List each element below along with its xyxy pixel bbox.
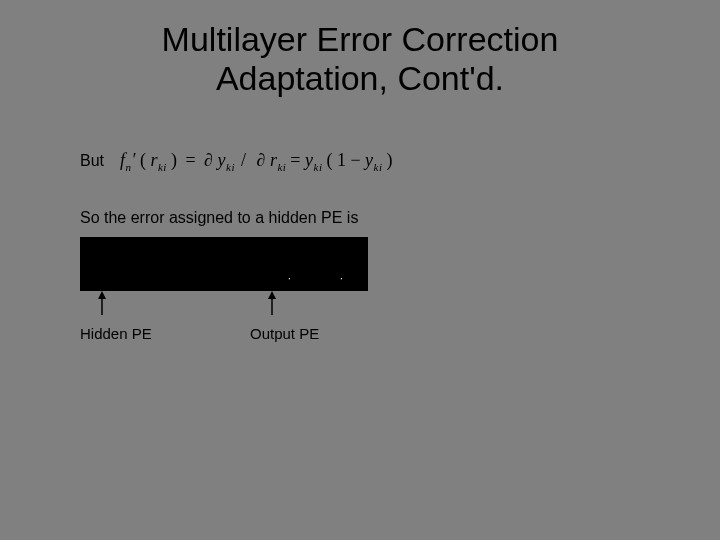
hidden-formula-box: · · bbox=[80, 237, 368, 291]
eq-eq2: = bbox=[286, 150, 305, 170]
equation: fn′(rki)=∂yki/∂rki=yki(1−yki) bbox=[120, 150, 397, 173]
tick-mark-1: · bbox=[288, 273, 291, 284]
eq-ki1: ki bbox=[158, 161, 167, 173]
but-label: But bbox=[80, 152, 104, 170]
eq-r1: r bbox=[150, 150, 158, 170]
so-line: So the error assigned to a hidden PE is bbox=[80, 209, 640, 227]
but-row: But fn′(rki)=∂yki/∂rki=yki(1−yki) bbox=[80, 150, 640, 173]
eq-ki2: ki bbox=[226, 161, 235, 173]
arrows bbox=[80, 291, 368, 317]
content-area: But fn′(rki)=∂yki/∂rki=yki(1−yki) So the… bbox=[80, 150, 640, 325]
eq-y1: y bbox=[218, 150, 227, 170]
eq-partial2: ∂ bbox=[252, 150, 269, 170]
svg-marker-3 bbox=[268, 291, 276, 299]
eq-ki5: ki bbox=[374, 161, 383, 173]
eq-y3: y bbox=[365, 150, 374, 170]
eq-ki3: ki bbox=[277, 161, 286, 173]
eq-rparen-2: ) bbox=[383, 150, 398, 170]
eq-partial1: ∂ bbox=[200, 150, 217, 170]
title-line-2: Adaptation, Cont'd. bbox=[216, 59, 504, 97]
tick-mark-2: · bbox=[340, 273, 343, 284]
eq-minus: − bbox=[346, 150, 365, 170]
eq-slash: / bbox=[235, 150, 253, 170]
eq-rparen-1: ) bbox=[167, 150, 182, 170]
svg-marker-1 bbox=[98, 291, 106, 299]
title-line-1: Multilayer Error Correction bbox=[162, 20, 559, 58]
eq-eq1: = bbox=[181, 150, 200, 170]
label-hidden-pe: Hidden PE bbox=[80, 325, 152, 342]
eq-y2: y bbox=[305, 150, 314, 170]
arrows-svg bbox=[80, 291, 368, 317]
slide: Multilayer Error Correction Adaptation, … bbox=[0, 0, 720, 540]
eq-lparen-1: ( bbox=[136, 150, 151, 170]
label-output-pe: Output PE bbox=[250, 325, 319, 342]
eq-lparen-2: ( bbox=[322, 150, 337, 170]
slide-title: Multilayer Error Correction Adaptation, … bbox=[0, 0, 720, 98]
